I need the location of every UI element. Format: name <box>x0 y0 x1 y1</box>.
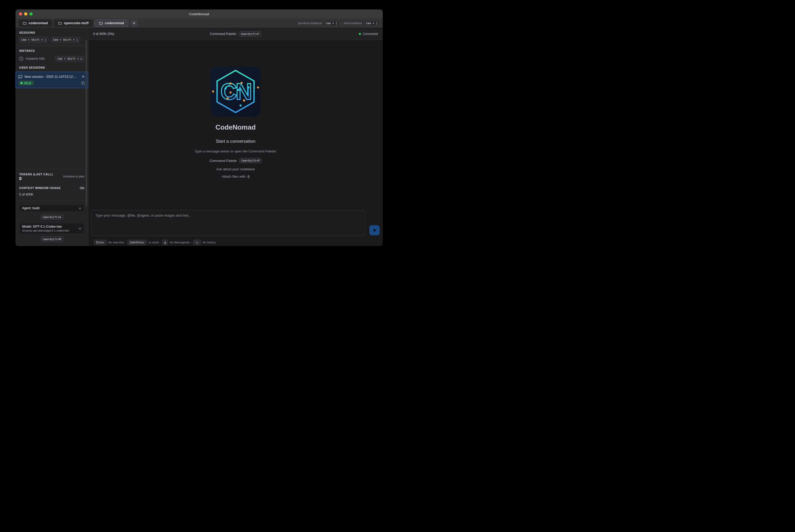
tab-label: codenomad <box>105 21 124 25</box>
agent-model-controls: Agent: build Cmd+Shift+A Model: GPT-5.1-… <box>16 201 88 246</box>
session-list-item[interactable]: New session - 2025-11-14T23:12:... ✕ IDL… <box>16 72 88 88</box>
connection-status: Connected <box>359 32 378 36</box>
sessions-header: SESSIONS <box>16 31 88 34</box>
instance-info-row[interactable]: Instance Info Cmd + Shift + L <box>16 52 88 65</box>
instance-info-shortcut[interactable]: Cmd + Shift + L <box>55 56 84 61</box>
tab-label: opencode-stuff <box>64 21 89 25</box>
tab-bar: codenomad opencode-stuff codenomad + pre… <box>16 18 383 28</box>
hint-text: for files/agents · <box>170 241 191 244</box>
play-icon <box>374 228 377 232</box>
traffic-lights <box>19 10 33 18</box>
next-instance-label: next instance <box>344 22 362 25</box>
folder-icon <box>23 22 26 25</box>
hint-text: to send · <box>149 241 160 244</box>
tab-opencode-stuff[interactable]: opencode-stuff <box>54 19 93 27</box>
session-title: New session - 2025-11-14T23:12:... <box>24 75 79 79</box>
cmd-enter-shortcut: Cmd+Enter <box>128 240 147 245</box>
send-button[interactable] <box>370 225 380 235</box>
folder-icon <box>58 22 62 25</box>
command-palette-hint-shortcut[interactable]: Cmd+Shift+P <box>239 158 262 163</box>
context-usage-percent: 0% <box>80 186 84 190</box>
hint-text: for history <box>203 241 216 244</box>
next-session-shortcut[interactable]: Cmd + Shift + ] <box>51 37 80 42</box>
session-status-badge: IDLE <box>18 81 34 86</box>
sidebar: SESSIONS Cmd + Shift + [ Cmd + Shift + ]… <box>16 28 88 246</box>
context-usage-header: CONTEXT WINDOW USAGE <box>19 186 61 190</box>
codebase-hint: Ask about your codebase <box>216 167 255 171</box>
app-window: CodeNomad codenomad opencode-stuff coden… <box>16 10 383 246</box>
tokens-header: TOKENS (LAST CALL) <box>19 173 53 176</box>
new-tab-button[interactable]: + <box>130 19 138 27</box>
zoom-window-button[interactable] <box>30 12 33 16</box>
context-usage-detail: 0 of 400K <box>19 193 84 201</box>
prev-session-shortcut[interactable]: Cmd + Shift + [ <box>19 37 49 42</box>
instance-header: INSTANCE <box>16 49 88 52</box>
separator-dot: · <box>341 22 342 25</box>
model-shortcut[interactable]: Cmd+Shift+M <box>40 236 63 242</box>
copy-session-icon[interactable] <box>81 81 85 85</box>
command-palette-shortcut[interactable]: Cmd+Shift+P <box>239 31 261 37</box>
tab-codenomad-1[interactable]: codenomad <box>19 19 52 27</box>
window-title: CodeNomad <box>189 12 209 16</box>
tokens-value: 0 <box>19 176 53 181</box>
tokens-note: Included in plan <box>63 175 84 178</box>
app-logo: CN <box>211 66 261 116</box>
model-select-sub: cli-proxy-api-openai/gpt-5.1-codex-low <box>22 229 78 232</box>
attach-files-hint: Attach files with <box>222 174 245 178</box>
status-bar: 0 of 400K (0%) Command Palette Cmd+Shift… <box>88 28 383 40</box>
chevron-down-icon <box>78 227 81 230</box>
folder-icon <box>99 22 103 25</box>
info-icon <box>19 57 23 61</box>
tab-label: codenomad <box>29 21 48 25</box>
app-name-heading: CodeNomad <box>215 123 255 131</box>
command-palette-label: Command Palette <box>210 32 236 36</box>
tab-codenomad-2-active[interactable]: codenomad <box>95 19 129 27</box>
sidebar-scrollbar[interactable] <box>86 40 87 206</box>
context-usage-indicator: 0 of 400K (0%) <box>93 32 114 36</box>
instance-info-label: Instance Info <box>26 57 53 60</box>
main-area: 0 of 400K (0%) Command Palette Cmd+Shift… <box>88 28 383 246</box>
user-sessions-header: USER SESSIONS <box>16 65 88 72</box>
minimize-window-button[interactable] <box>24 12 27 16</box>
connected-label: Connected <box>363 32 378 36</box>
enter-shortcut: Enter <box>94 240 107 245</box>
logo-monogram: CN <box>221 79 251 104</box>
composer <box>88 210 383 236</box>
chat-bubble-icon <box>18 75 22 79</box>
token-stats: TOKENS (LAST CALL) 0 Included in plan CO… <box>16 169 88 201</box>
instance-switcher: previous instance Cmd + [ · next instanc… <box>298 20 380 26</box>
history-arrows-shortcut: ↑↓ <box>193 240 201 245</box>
message-input[interactable] <box>92 210 365 236</box>
model-select[interactable]: Model: GPT-5.1-Codex-low cli-proxy-api-o… <box>19 223 84 234</box>
agent-shortcut[interactable]: Cmd+Shift+A <box>40 214 63 220</box>
chevron-down-icon <box>78 207 81 210</box>
agent-select-label: Agent: build <box>22 206 78 210</box>
at-symbol: @ <box>248 175 249 178</box>
sessions-shortcuts: Cmd + Shift + [ Cmd + Shift + ] <box>16 34 88 46</box>
composer-hints: Enter for new line · Cmd+Enter to send ·… <box>88 236 383 246</box>
at-shortcut: @ <box>162 240 168 245</box>
titlebar: CodeNomad <box>16 10 383 18</box>
connected-dot <box>359 33 361 35</box>
instruction-text: Type a message below or open the Command… <box>194 149 277 153</box>
agent-select[interactable]: Agent: build <box>19 205 84 212</box>
close-session-icon[interactable]: ✕ <box>81 75 85 79</box>
previous-instance-label: previous instance <box>298 22 322 25</box>
empty-state: CN CodeNomad <box>88 40 383 210</box>
previous-instance-shortcut[interactable]: Cmd + [ <box>324 20 339 26</box>
model-select-label: Model: GPT-5.1-Codex-low <box>22 225 78 228</box>
hint-text: for new line · <box>109 241 126 244</box>
close-window-button[interactable] <box>19 12 22 16</box>
status-dot <box>20 82 23 84</box>
command-palette-hint-label: Command Palette <box>210 159 237 163</box>
next-instance-shortcut[interactable]: Cmd + ] <box>364 20 380 26</box>
start-conversation-heading: Start a conversation <box>215 139 255 144</box>
